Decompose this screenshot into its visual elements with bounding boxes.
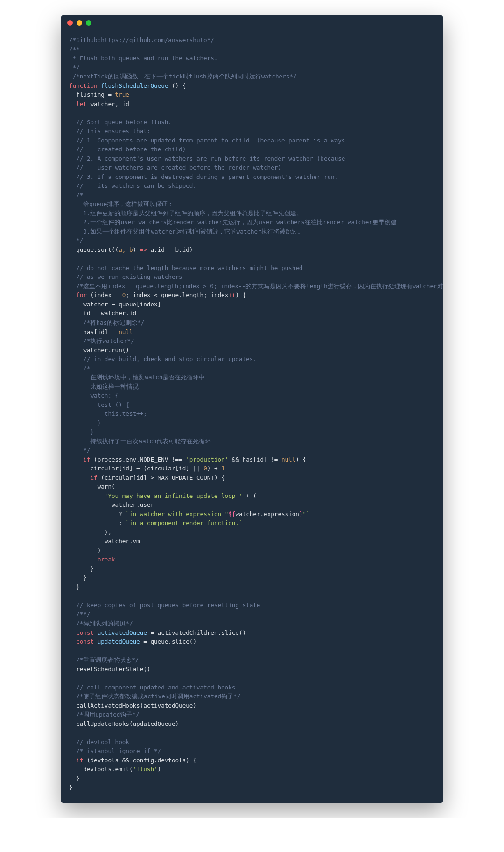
code-comment: // This ensures that:	[69, 128, 150, 135]
code-text: id = watcher.id	[69, 310, 136, 317]
code-text: watcher.user	[69, 501, 154, 508]
code-text: flushing =	[69, 91, 115, 98]
code-comment: // user watchers are created before the …	[69, 164, 281, 171]
code-comment: 给queue排序，这样做可以保证：	[69, 200, 174, 207]
code-comment: * Flush both queues and run the watchers…	[69, 55, 217, 62]
code-text: }	[69, 784, 73, 791]
code-string: 'You may have an infinite update loop '	[105, 492, 243, 499]
code-comment: // created before the child)	[69, 146, 186, 153]
code-keyword: const	[69, 638, 94, 645]
code-text: callActivatedHooks(activatedQueue)	[69, 702, 196, 709]
code-text: ) +	[207, 465, 221, 472]
code-comment: /*使子组件状态都改编成active同时调用activated钩子*/	[69, 693, 240, 700]
code-text	[69, 556, 98, 563]
code-text: watcher.run()	[69, 347, 129, 354]
code-text: watcher, id	[87, 100, 129, 107]
code-text: }	[69, 565, 94, 572]
code-keyword: break	[98, 556, 115, 563]
code-window: /*Github:https://github.com/answershuto*…	[61, 15, 443, 803]
code-comment: // 3. If a component is destroyed during…	[69, 173, 338, 180]
code-text	[69, 492, 105, 499]
code-comment: /*得到队列的拷贝*/	[69, 620, 133, 627]
code-comment: this.test++;	[69, 410, 147, 417]
code-arrow: =>	[140, 246, 147, 253]
code-comment: // keep copies of post queues before res…	[69, 602, 260, 609]
code-comment: /*nextTick的回调函数，在下一个tick时flush掉两个队列同时运行w…	[69, 73, 296, 80]
code-text: watcher.expression	[235, 511, 299, 518]
code-keyword: null	[119, 328, 133, 335]
code-comment: 持续执行了一百次watch代表可能存在死循环	[69, 438, 211, 445]
code-comment: /**/	[69, 611, 91, 618]
code-comment: /*调用updated钩子*/	[69, 711, 140, 718]
code-area: /*Github:https://github.com/answershuto*…	[61, 31, 443, 803]
code-comment: 3.如果一个组件在父组件watcher运行期间被销毁，它的watcher执行将被…	[69, 228, 304, 235]
code-comment: */	[69, 237, 83, 244]
code-keyword: for	[69, 291, 87, 298]
code-number: 0	[203, 465, 207, 472]
code-keyword: function	[69, 82, 98, 89]
minimize-icon[interactable]	[77, 20, 82, 26]
code-text: = activatedChildren.slice()	[147, 629, 246, 636]
code-string: 'flush'	[133, 766, 157, 773]
code-text: (index =	[87, 291, 122, 298]
code-comment: */	[69, 447, 91, 454]
code-comment: // in dev build, check and stop circular…	[69, 355, 257, 362]
code-text: has[id] =	[69, 328, 119, 335]
code-text: ),	[69, 529, 112, 536]
code-keyword: const	[69, 629, 94, 636]
code-keyword: if	[69, 474, 98, 481]
code-comment: test () {	[69, 401, 129, 408]
code-text: }	[69, 775, 80, 782]
code-param: a, b	[119, 246, 133, 253]
code-text: && has[id] !=	[228, 456, 281, 463]
code-text: )	[158, 766, 161, 773]
code-comment: */	[69, 64, 80, 71]
code-number: 1	[221, 465, 225, 472]
code-func: flushSchedulerQueue	[98, 82, 168, 89]
code-comment: // 1. Components are updated from parent…	[69, 137, 345, 144]
titlebar	[61, 15, 443, 31]
code-text: )	[133, 246, 140, 253]
code-text: a.id - b.id)	[147, 246, 193, 253]
code-text: + (	[243, 492, 257, 499]
code-string: "`	[302, 511, 309, 518]
maximize-icon[interactable]	[86, 20, 91, 26]
code-text: resetSchedulerState()	[69, 666, 150, 673]
code-op: ++	[228, 291, 235, 298]
code-comment: /*执行watcher*/	[69, 337, 134, 344]
code-text: circular[id] = (circular[id] ||	[69, 465, 203, 472]
code-text: ) {	[295, 456, 306, 463]
code-comment: watch: {	[69, 392, 119, 399]
code-string: `in a component render function.`	[126, 519, 242, 526]
code-keyword: let	[69, 100, 87, 107]
code-keyword: true	[115, 91, 129, 98]
code-text: ()	[168, 82, 179, 89]
code-text: watcher = queue[index]	[69, 301, 161, 308]
code-text: devtools.emit(	[69, 766, 133, 773]
code-template: ${	[228, 511, 235, 518]
code-text: ?	[69, 511, 126, 518]
code-keyword: if	[69, 456, 91, 463]
code-comment: }	[69, 419, 101, 426]
code-text: ; index < queue.length; index	[126, 291, 228, 298]
code-comment: /**	[69, 46, 80, 53]
code-text: (devtools && config.devtools) {	[83, 757, 196, 764]
code-comment: // its watchers can be skipped.	[69, 182, 196, 189]
code-comment: 2.一个组件的user watchers比render watcher先运行，因…	[69, 219, 397, 226]
close-icon[interactable]	[67, 20, 73, 26]
code-comment: // call component updated and activated …	[69, 684, 235, 691]
code-text: callUpdateHooks(updatedQueue)	[69, 720, 179, 727]
code-text: (circular[id] > MAX_UPDATE_COUNT) {	[98, 474, 225, 481]
code-comment: /*将has的标记删除*/	[69, 319, 144, 326]
code-comment: 在测试环境中，检测watch是否在死循环中	[69, 374, 205, 381]
code-text: ) {	[235, 291, 246, 298]
code-var: activatedQueue	[94, 629, 147, 636]
code-string: 'production'	[186, 456, 228, 463]
code-comment: /* istanbul ignore if */	[69, 747, 161, 754]
code-comment: // as we run existing watchers	[69, 273, 182, 280]
code-text: )	[69, 547, 101, 554]
code-comment: /*重置调度者的状态*/	[69, 656, 139, 663]
code-text: (process.env.NODE_ENV !==	[91, 456, 186, 463]
code-text: }	[69, 583, 80, 590]
code-keyword: null	[281, 456, 295, 463]
